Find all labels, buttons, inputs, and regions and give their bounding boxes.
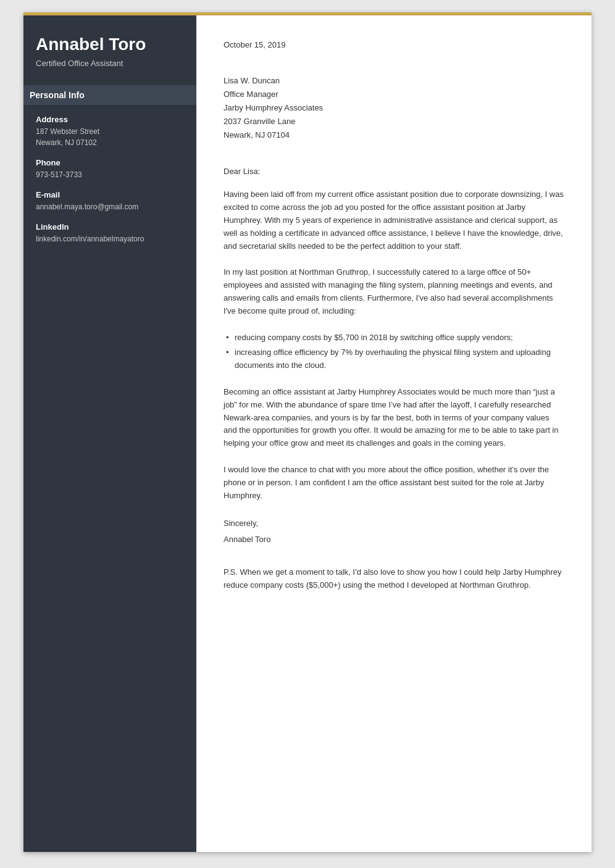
phone-value: 973-517-3733 — [36, 169, 184, 180]
recipient-address1: 2037 Granville Lane — [224, 115, 564, 128]
salutation: Dear Lisa: — [224, 167, 564, 176]
recipient-title: Office Manager — [224, 88, 564, 101]
paragraph-2: In my last position at Northman Gruthrop… — [224, 266, 564, 317]
sidebar: Annabel Toro Certified Office Assistant … — [23, 15, 196, 852]
linkedin-label: LinkedIn — [36, 222, 184, 232]
paragraph-3: Becoming an office assistant at Jarby Hu… — [224, 386, 564, 450]
recipient-company: Jarby Humphrey Associates — [224, 101, 564, 115]
address-line1: 187 Webster Street — [36, 126, 184, 137]
address-line2: Newark, NJ 07102 — [36, 137, 184, 148]
closing-block: Sincerely, Annabel Toro — [224, 515, 564, 548]
linkedin-block: LinkedIn linkedin.com/in/annabelmayatoro — [36, 222, 184, 244]
phone-block: Phone 973-517-3733 — [36, 158, 184, 180]
letter-date: October 15, 2019 — [224, 40, 564, 49]
applicant-name: Annabel Toro — [36, 34, 184, 55]
bullet-item-2: increasing office efficiency by 7% by ov… — [224, 346, 564, 372]
signature: Annabel Toro — [224, 532, 564, 548]
address-block: Address 187 Webster Street Newark, NJ 07… — [36, 115, 184, 148]
linkedin-value: linkedin.com/in/annabelmayatoro — [36, 233, 184, 244]
email-label: E-mail — [36, 190, 184, 199]
closing-word: Sincerely, — [224, 515, 564, 532]
bullet-list: reducing company costs by $5,700 in 2018… — [224, 332, 564, 372]
recipient-name: Lisa W. Duncan — [224, 74, 564, 88]
resume-container: Annabel Toro Certified Office Assistant … — [23, 12, 592, 852]
email-value: annabel.maya.toro@gmail.com — [36, 201, 184, 212]
main-content: October 15, 2019 Lisa W. Duncan Office M… — [196, 15, 592, 852]
page-wrapper: Annabel Toro Certified Office Assistant … — [0, 0, 615, 868]
paragraph-4: I would love the chance to chat with you… — [224, 464, 564, 502]
recipient-address2: Newark, NJ 07104 — [224, 128, 564, 142]
bullet-item-1: reducing company costs by $5,700 in 2018… — [224, 332, 564, 344]
email-block: E-mail annabel.maya.toro@gmail.com — [36, 190, 184, 212]
ps-paragraph: P.S. When we get a moment to talk, I’d a… — [224, 566, 564, 592]
address-label: Address — [36, 115, 184, 124]
personal-info-heading: Personal Info — [23, 85, 196, 105]
phone-label: Phone — [36, 158, 184, 167]
applicant-title: Certified Office Assistant — [36, 59, 184, 68]
paragraph-1: Having been laid off from my current off… — [224, 188, 564, 252]
recipient-block: Lisa W. Duncan Office Manager Jarby Hump… — [224, 74, 564, 142]
